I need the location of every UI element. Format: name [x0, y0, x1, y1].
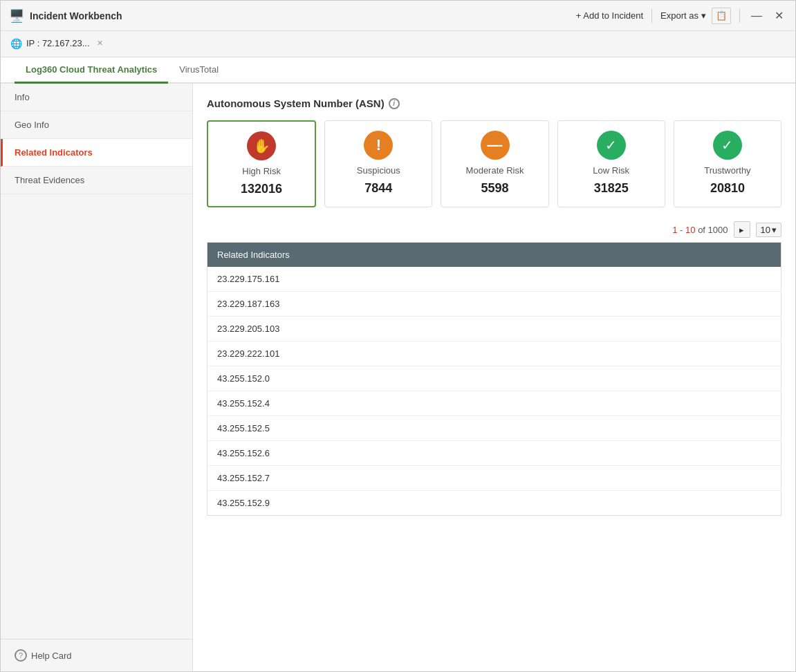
sidebar-item-related-indicators-label: Related Indicators — [15, 147, 93, 158]
table-row[interactable]: 43.255.152.5 — [207, 416, 781, 441]
table-cell-ip: 43.255.152.6 — [207, 441, 781, 466]
tab-log360[interactable]: Log360 Cloud Threat Analytics — [15, 57, 168, 84]
app-window: 🖥️ Incident Workbench + Add to Incident … — [0, 0, 796, 672]
asn-section-title: Autonomous System Number (ASN) i — [207, 97, 781, 109]
risk-cards-container: ✋ High Risk 132016 ! Suspicious 7844 — M… — [207, 120, 781, 207]
help-card-button[interactable]: ? Help Card — [1, 639, 192, 671]
high-risk-value: 132016 — [241, 182, 282, 196]
table-row[interactable]: 43.255.152.0 — [207, 366, 781, 391]
moderate-risk-value: 5598 — [481, 181, 508, 196]
titlebar: 🖥️ Incident Workbench + Add to Incident … — [1, 1, 795, 31]
trustworthy-label: Trustworthy — [704, 165, 750, 176]
export-dropdown-icon: ▾ — [701, 10, 706, 21]
table-cell-ip: 23.229.187.163 — [207, 292, 781, 317]
app-title-area: 🖥️ Incident Workbench — [9, 8, 122, 24]
trustworthy-value: 20810 — [710, 181, 745, 196]
minimize-button[interactable]: — — [748, 10, 765, 22]
table-row[interactable]: 43.255.152.4 — [207, 391, 781, 416]
page-range-info: 1 - 10 of 1000 — [672, 225, 728, 235]
sidebar-item-threat-evidences-label: Threat Evidences — [15, 175, 84, 185]
titlebar-actions: + Add to Incident Export as ▾ 📋 — ✕ — [576, 8, 787, 24]
moderate-risk-label: Moderate Risk — [466, 165, 524, 176]
app-logo-icon: 🖥️ — [9, 8, 24, 24]
next-page-button[interactable]: ▸ — [734, 221, 750, 238]
tab-label: IP : 72.167.23... — [26, 38, 90, 48]
table-cell-ip: 43.255.152.7 — [207, 466, 781, 491]
moderate-risk-icon: — — [481, 131, 510, 160]
page-size-dropdown-icon: ▾ — [772, 225, 777, 235]
sidebar: Info Geo Info Related Indicators Threat … — [1, 84, 193, 671]
table-row[interactable]: 23.229.175.161 — [207, 267, 781, 292]
table-row[interactable]: 23.229.222.101 — [207, 342, 781, 366]
table-cell-ip: 23.229.175.161 — [207, 267, 781, 292]
main-panel: Autonomous System Number (ASN) i ✋ High … — [193, 84, 795, 671]
low-risk-label: Low Risk — [593, 165, 629, 176]
app-title: Incident Workbench — [30, 10, 122, 21]
table-row[interactable]: 43.255.152.6 — [207, 441, 781, 466]
tab-close-icon[interactable]: ✕ — [97, 39, 103, 48]
table-cell-ip: 43.255.152.5 — [207, 416, 781, 441]
table-row[interactable]: 43.255.152.9 — [207, 491, 781, 516]
asn-title-text: Autonomous System Number (ASN) — [207, 97, 385, 109]
risk-card-moderate-risk[interactable]: — Moderate Risk 5598 — [441, 120, 548, 207]
risk-card-trustworthy[interactable]: ✓ Trustworthy 20810 — [674, 120, 781, 207]
main-tabs-bar: Log360 Cloud Threat Analytics VirusTotal — [1, 57, 795, 84]
sidebar-item-related-indicators[interactable]: Related Indicators — [1, 139, 192, 167]
tab-log360-label: Log360 Cloud Threat Analytics — [26, 64, 157, 75]
report-icon-button[interactable]: 📋 — [712, 8, 731, 24]
export-label: Export as — [660, 10, 698, 21]
high-risk-label: High Risk — [242, 166, 281, 176]
table-cell-ip: 43.255.152.9 — [207, 491, 781, 516]
export-button[interactable]: Export as ▾ — [660, 10, 706, 21]
sidebar-item-geoinfo[interactable]: Geo Info — [1, 111, 192, 139]
page-range-highlight: 1 - 10 — [672, 225, 698, 235]
risk-card-suspicious[interactable]: ! Suspicious 7844 — [324, 120, 432, 207]
help-card-label: Help Card — [31, 651, 72, 661]
low-risk-value: 31825 — [594, 181, 629, 196]
table-row[interactable]: 43.255.152.7 — [207, 466, 781, 491]
risk-card-high-risk[interactable]: ✋ High Risk 132016 — [207, 120, 316, 207]
page-size-selector[interactable]: 10 ▾ — [756, 223, 781, 237]
close-button[interactable]: ✕ — [770, 9, 787, 22]
risk-card-low-risk[interactable]: ✓ Low Risk 31825 — [557, 120, 665, 207]
page-size-value: 10 — [761, 225, 770, 235]
sidebar-nav: Info Geo Info Related Indicators Threat … — [1, 84, 192, 639]
help-icon: ? — [15, 649, 27, 662]
sidebar-item-geoinfo-label: Geo Info — [15, 120, 49, 130]
tab-virustotal-label: VirusTotal — [179, 64, 219, 75]
table-row[interactable]: 23.229.205.103 — [207, 317, 781, 342]
table-row[interactable]: 23.229.187.163 — [207, 292, 781, 317]
tab-bar: 🌐 IP : 72.167.23... ✕ — [1, 31, 795, 57]
sidebar-item-info[interactable]: Info — [1, 84, 192, 111]
sidebar-item-info-label: Info — [15, 92, 30, 102]
suspicious-icon: ! — [364, 131, 393, 160]
related-indicators-table: Related Indicators 23.229.175.16123.229.… — [207, 242, 781, 516]
sidebar-item-threat-evidences[interactable]: Threat Evidences — [1, 167, 192, 194]
active-tab[interactable]: 🌐 IP : 72.167.23... ✕ — [1, 31, 113, 57]
high-risk-icon: ✋ — [247, 131, 276, 160]
low-risk-icon: ✓ — [597, 131, 626, 160]
table-cell-ip: 23.229.222.101 — [207, 342, 781, 366]
titlebar-separator — [651, 9, 652, 23]
table-cell-ip: 23.229.205.103 — [207, 317, 781, 342]
tab-virustotal[interactable]: VirusTotal — [168, 57, 230, 84]
trustworthy-icon: ✓ — [713, 131, 742, 160]
suspicious-label: Suspicious — [357, 165, 400, 176]
pagination-bar: 1 - 10 of 1000 ▸ 10 ▾ — [207, 221, 781, 238]
asn-info-icon[interactable]: i — [389, 98, 400, 109]
tab-globe-icon: 🌐 — [10, 38, 22, 49]
titlebar-separator2 — [739, 9, 740, 23]
table-cell-ip: 43.255.152.0 — [207, 366, 781, 391]
table-cell-ip: 43.255.152.4 — [207, 391, 781, 416]
content-area: Info Geo Info Related Indicators Threat … — [1, 84, 795, 671]
suspicious-value: 7844 — [364, 181, 392, 196]
add-to-incident-button[interactable]: + Add to Incident — [576, 10, 643, 21]
table-header-related-indicators: Related Indicators — [207, 243, 781, 268]
